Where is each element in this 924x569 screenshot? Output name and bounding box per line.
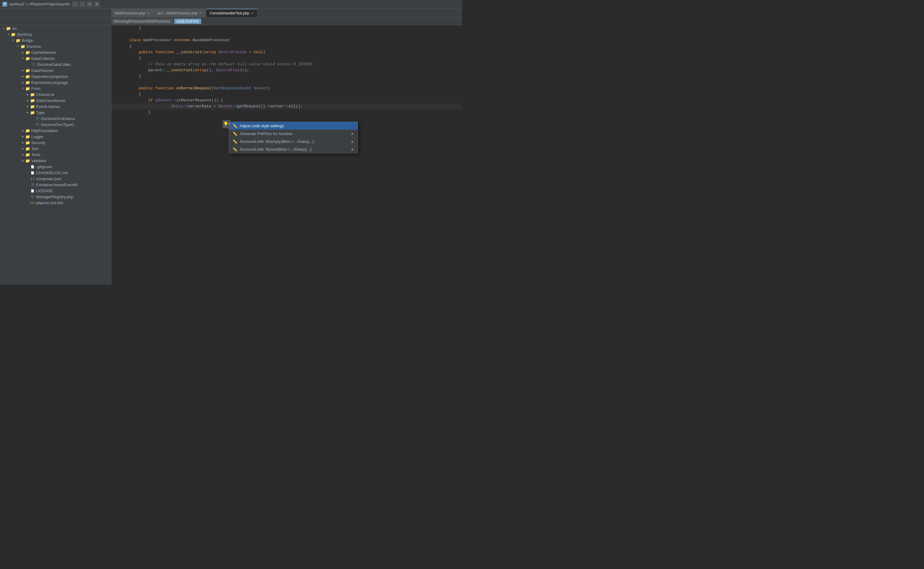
code-line: } bbox=[111, 73, 462, 79]
navigate-forward-icon[interactable]: → bbox=[79, 1, 85, 7]
label-cachewarmer: CacheWarmer bbox=[31, 50, 56, 55]
sidebar-item-doctrineormextens[interactable]: ▶ Ⓟ DoctrineOrmExtens bbox=[0, 116, 111, 122]
breadcrumb-namespace[interactable]: \Monolog\Processor\WebProcessor bbox=[111, 19, 173, 24]
label-doctrinedatacollec: DoctrineDataCollec bbox=[37, 62, 71, 67]
sidebar-item-cachewarmer[interactable]: ▶ 📁 CacheWarmer bbox=[0, 49, 111, 55]
folder-icon-datafixtures: 📁 bbox=[25, 68, 30, 73]
sidebar-item-doctrinedatacollec[interactable]: ▶ Ⓟ DoctrineDataCollec bbox=[0, 61, 111, 67]
line-content bbox=[129, 31, 462, 37]
line-content: } bbox=[129, 73, 462, 79]
sidebar-item-changelog[interactable]: ▶ 📄 CHANGELOG.md bbox=[0, 170, 111, 176]
tab-webprocessor[interactable]: WebProcessor.php ✕ bbox=[111, 9, 154, 17]
arrow-src: ▼ bbox=[1, 26, 6, 31]
file-icon-changelog: 📄 bbox=[30, 170, 35, 175]
bulb-button[interactable]: 💡 ▼ bbox=[222, 120, 230, 128]
label-expressionlanguage: ExpressionLanguage bbox=[31, 80, 68, 85]
sidebar-item-httpfoundation[interactable]: ▶ 📁 HttpFoundation bbox=[0, 128, 111, 134]
code-line bbox=[111, 79, 462, 85]
line-content: if ($event->isMasterRequest()) { bbox=[129, 97, 462, 103]
folder-icon-security: 📁 bbox=[25, 140, 30, 145]
sidebar-item-expressionlanguage[interactable]: ▶ 📁 ExpressionLanguage bbox=[0, 79, 111, 85]
line-content: { bbox=[129, 91, 462, 97]
sidebar-item-form[interactable]: ▼ 📁 Form bbox=[0, 85, 111, 91]
sidebar-item-dependencyinjection[interactable]: ▶ 📁 DependencyInjection bbox=[0, 73, 111, 79]
label-datatransformer: DataTransformer bbox=[36, 98, 65, 103]
sidebar-item-datatransformer[interactable]: ▶ 📁 DataTransformer bbox=[0, 97, 111, 103]
sidebar-item-composerjson[interactable]: ▶ { } composer.json bbox=[0, 176, 111, 182]
sidebar-item-type[interactable]: ▶ 📁 Type bbox=[0, 110, 111, 116]
line-content: // Pass an empty array as the default nu… bbox=[129, 61, 462, 67]
title-bar-project-name: symfony2 bbox=[9, 2, 24, 6]
bulb-dropdown-icon: ▼ bbox=[228, 121, 230, 127]
menu-item-ifempty-label: Surround with 'if(!empty($this->...rData… bbox=[240, 139, 349, 144]
sidebar-item-bridge[interactable]: ▼ 📁 Bridge bbox=[0, 37, 111, 43]
tab-webprocessor-path[interactable]: src/.../WebProcessor.php ✕ bbox=[154, 9, 206, 17]
sidebar-item-doctrineormtypec[interactable]: ▶ Ⓟ DoctrineOrmTypeC bbox=[0, 122, 111, 128]
folder-icon-dependencyinjection: 📁 bbox=[25, 74, 30, 79]
file-icon-managerregistry: Ⓟ bbox=[30, 195, 35, 199]
sidebar-item-tests[interactable]: ▶ 📁 Tests bbox=[0, 152, 111, 158]
pencil-icon-ifisset: ✏️ bbox=[233, 147, 237, 152]
submenu-arrow-ifempty: ▶ bbox=[352, 140, 354, 143]
arrow-datatransformer: ▶ bbox=[25, 98, 30, 103]
arrow-form: ▼ bbox=[20, 86, 25, 91]
title-bar-icons: ← → ⚙ ⊞ bbox=[72, 1, 100, 7]
file-icon-gitignore: 📄 bbox=[30, 164, 35, 169]
sidebar-item-security[interactable]: ▶ 📁 Security bbox=[0, 140, 111, 146]
sidebar-item-datacollector[interactable]: ▼ 📁 DataCollector bbox=[0, 55, 111, 61]
line-content: } bbox=[129, 110, 462, 116]
title-bar: P symfony2 (~/PhpstormProjects/symfo ← →… bbox=[0, 0, 462, 8]
arrow-expressionlanguage: ▶ bbox=[20, 80, 25, 85]
sidebar-item-datafixtures[interactable]: ▶ 📁 DataFixtures bbox=[0, 67, 111, 73]
sidebar-item-managerregistry[interactable]: ▶ Ⓟ ManagerRegistry.php bbox=[0, 194, 111, 200]
tab-webprocessor-path-close[interactable]: ✕ bbox=[199, 11, 202, 15]
arrow-bridge: ▼ bbox=[11, 38, 16, 43]
label-doctrineormtypec: DoctrineOrmTypeC bbox=[41, 122, 74, 127]
line-content: public function __construct(array $extra… bbox=[129, 49, 462, 55]
code-line: { bbox=[111, 55, 462, 61]
code-line: { bbox=[111, 91, 462, 97]
code-line: if ($event->isMasterRequest()) { bbox=[111, 97, 462, 103]
sidebar-item-logger[interactable]: ▶ 📁 Logger bbox=[0, 134, 111, 140]
arrow-type: ▶ bbox=[25, 110, 30, 115]
sidebar-item-choicelist[interactable]: ▶ 📁 ChoiceList bbox=[0, 91, 111, 97]
folder-icon-doctrine: 📁 bbox=[20, 44, 25, 49]
label-src: src bbox=[12, 26, 17, 31]
menu-item-generate-phpdoc[interactable]: ✏️ Generate PHPDoc for function ▶ bbox=[229, 129, 358, 137]
breadcrumb-method[interactable]: addExtraField bbox=[174, 19, 201, 24]
tab-webprocessor-close[interactable]: ✕ bbox=[147, 11, 150, 15]
sidebar-item-symfony[interactable]: ▼ 📁 Symfony bbox=[0, 31, 111, 37]
sidebar-item-containerawareeventm[interactable]: ▶ Ⓟ ContainerAwareEventM bbox=[0, 182, 111, 188]
build-icon[interactable]: ⊞ bbox=[94, 1, 100, 7]
label-composerjson: composer.json bbox=[36, 176, 61, 181]
menu-item-adjust-code-style[interactable]: ✏️ Adjust code style settings bbox=[229, 122, 358, 129]
submenu-arrow-ifisset: ▶ bbox=[352, 148, 354, 151]
settings-icon[interactable]: ⚙ bbox=[87, 1, 93, 7]
code-line-highlighted: 💡 ▼ $this->serverData = $event->getReque… bbox=[111, 103, 462, 110]
folder-icon-tests: 📁 bbox=[25, 152, 30, 157]
sidebar-item-phpunitxmldist[interactable]: ▶ </> phpunit.xml.dist bbox=[0, 200, 111, 206]
code-area: } class WebProcessor extends BaseWebProc… bbox=[111, 25, 462, 116]
submenu-arrow-phpdoc: ▶ bbox=[352, 132, 354, 135]
sidebar-item-eventlistener[interactable]: ▶ 📁 EventListener bbox=[0, 103, 111, 110]
label-choicelist: ChoiceList bbox=[36, 92, 55, 97]
sidebar-item-doctrine[interactable]: ▼ 📁 Doctrine bbox=[0, 43, 111, 49]
menu-item-surround-ifempty[interactable]: ✏️ Surround with 'if(!empty($this->...rD… bbox=[229, 137, 358, 145]
title-bar-project-path: (~/PhpstormProjects/symfo bbox=[26, 2, 70, 6]
line-content: parent::__construct(array(), $extraField… bbox=[129, 67, 462, 73]
sidebar-item-test[interactable]: ▶ 📁 Test bbox=[0, 146, 111, 152]
label-datafixtures: DataFixtures bbox=[31, 68, 53, 73]
breadcrumb-bar: \Monolog\Processor\WebProcessor addExtra… bbox=[0, 17, 462, 25]
arrow-symfony: ▼ bbox=[6, 32, 11, 37]
navigate-back-icon[interactable]: ← bbox=[72, 1, 78, 7]
label-datacollector: DataCollector bbox=[31, 56, 55, 61]
sidebar-item-src[interactable]: ▼ 📁 src bbox=[0, 25, 111, 31]
sidebar-item-validator[interactable]: ▶ 📁 Validator bbox=[0, 158, 111, 164]
menu-item-surround-ifisset[interactable]: ✏️ Surround with 'if(isset($this->...rDa… bbox=[229, 145, 358, 153]
tab-consolehandlertest[interactable]: ConsoleHandlerTest.php ✕ bbox=[206, 9, 257, 17]
sidebar-item-license[interactable]: ▶ 📄 LICENSE bbox=[0, 188, 111, 194]
tab-consolehandlertest-close[interactable]: ✕ bbox=[251, 11, 254, 15]
sidebar-item-gitignore[interactable]: ▶ 📄 .gitignore bbox=[0, 164, 111, 170]
label-validator: Validator bbox=[31, 158, 46, 163]
label-license: LICENSE bbox=[36, 189, 53, 193]
